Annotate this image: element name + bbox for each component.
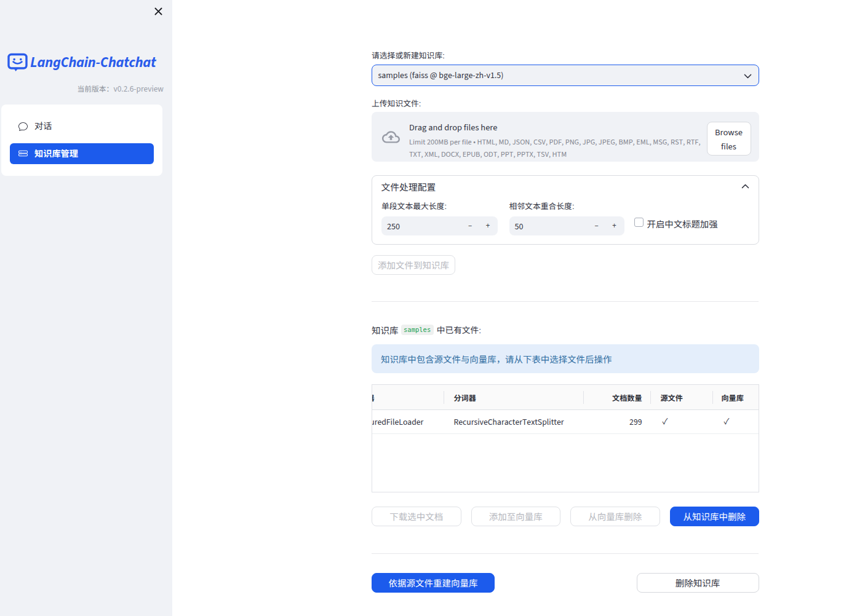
nav-item-knowledge-base[interactable]: 知识库管理 <box>10 143 154 165</box>
zh-title-checkbox-label: 开启中文标题加强 <box>647 217 718 230</box>
kb-select[interactable]: samples (faiss @ bge-large-zh-v1.5) <box>372 65 759 86</box>
nav-item-knowledge-base-label: 知识库管理 <box>34 147 78 160</box>
kb-select-label: 请选择或新建知识库: <box>372 49 445 61</box>
version-caption: 当前版本：v0.2.6-preview <box>10 82 164 95</box>
cell-vector-check: ✓ <box>724 410 730 434</box>
chevron-down-icon <box>744 74 752 79</box>
nav-menu: 对话 知识库管理 <box>1 105 162 176</box>
column-separator <box>444 391 444 404</box>
table-header: 文档加载器 分词器 文档数量 源文件 向量库 <box>372 385 759 410</box>
add-to-vector-button[interactable]: 添加至向量库 <box>471 507 561 526</box>
rebuild-vector-button[interactable]: 依据源文件重建向量库 <box>372 573 495 593</box>
chunk-plus-button[interactable]: + <box>479 216 497 235</box>
version-value: v0.2.6-preview <box>113 83 164 95</box>
cell-docs: 299 <box>575 410 642 434</box>
uploader-limit-line2: TXT, XML, DOCX, EPUB, ODT, PPT, PPTX, TS… <box>409 149 567 160</box>
logo-chat-icon <box>7 53 28 72</box>
overlap-size-label: 相邻文本重合长度: <box>509 200 575 211</box>
cloud-upload-icon <box>382 130 400 144</box>
cell-loader: UnstructuredFileLoader <box>372 410 424 434</box>
close-sidebar-button[interactable] <box>153 6 163 16</box>
kb-select-value: samples (faiss @ bge-large-zh-v1.5) <box>372 69 504 82</box>
nav-item-dialogue[interactable]: 对话 <box>10 116 154 137</box>
kb-name-code: samples <box>401 325 434 335</box>
logo-text: LangChain-Chatchat <box>30 52 156 73</box>
chevron-up-icon[interactable] <box>741 184 749 189</box>
overlap-minus-button[interactable]: – <box>588 216 606 235</box>
kb-files-heading: 知识库 samples 中已有文件: <box>372 322 481 337</box>
col-docs: 文档数量 <box>575 385 642 410</box>
hdd-stack-icon <box>18 149 28 158</box>
delete-kb-button[interactable]: 删除知识库 <box>637 573 759 593</box>
col-source: 源文件 <box>661 385 683 410</box>
chunk-size-value: 250 <box>387 220 400 233</box>
kb-files-heading-suffix: 中已有文件: <box>437 323 481 336</box>
sidebar: LangChain-Chatchat 当前版本：v0.2.6-preview 对… <box>0 0 172 616</box>
delete-from-kb-button[interactable]: 从知识库中删除 <box>670 507 760 526</box>
info-alert: 知识库中包含源文件与向量库，请从下表中选择文件后操作 <box>372 344 759 373</box>
divider <box>372 553 759 554</box>
close-icon <box>154 7 162 15</box>
logo: LangChain-Chatchat <box>7 52 156 73</box>
kb-files-heading-prefix: 知识库 <box>372 323 399 336</box>
uploader-title: Drag and drop files here <box>409 121 497 134</box>
cell-splitter: RecursiveCharacterTextSplitter <box>454 410 564 434</box>
uploader-label: 上传知识文件: <box>372 97 421 109</box>
col-splitter: 分词器 <box>454 385 476 410</box>
overlap-size-input[interactable]: 50 – + <box>509 216 624 235</box>
uploader-limit-line1: Limit 200MB per file • HTML, MD, JSON, C… <box>409 136 701 148</box>
overlap-size-value: 50 <box>515 220 524 233</box>
browse-files-button[interactable]: Browse files <box>707 122 751 156</box>
zh-title-checkbox[interactable] <box>634 218 644 227</box>
col-vector: 向量库 <box>722 385 744 410</box>
nav-item-dialogue-label: 对话 <box>34 119 52 133</box>
column-separator <box>712 391 713 404</box>
column-separator <box>583 391 584 404</box>
file-table[interactable]: 文档加载器 分词器 文档数量 源文件 向量库 UnstructuredFileL… <box>372 384 759 492</box>
file-config-expander: 文件处理配置 单段文本最大长度: 相邻文本重合长度: 250 – + 50 – … <box>372 175 759 245</box>
app-root: LangChain-Chatchat 当前版本：v0.2.6-preview 对… <box>0 0 849 616</box>
version-label: 当前版本： <box>77 83 113 93</box>
download-selected-button[interactable]: 下载选中文档 <box>372 507 461 526</box>
delete-from-vector-button[interactable]: 从向量库删除 <box>570 507 660 526</box>
chunk-size-input[interactable]: 250 – + <box>381 216 498 235</box>
table-row[interactable]: UnstructuredFileLoader RecursiveCharacte… <box>372 410 759 434</box>
add-files-button[interactable]: 添加文件到知识库 <box>372 255 455 275</box>
chunk-minus-button[interactable]: – <box>461 216 479 235</box>
column-separator <box>650 391 651 404</box>
overlap-plus-button[interactable]: + <box>605 216 624 235</box>
chunk-size-label: 单段文本最大长度: <box>381 200 447 211</box>
col-loader: 文档加载器 <box>372 385 375 410</box>
file-uploader-dropzone[interactable]: Drag and drop files here Limit 200MB per… <box>372 112 759 162</box>
cell-source-check: ✓ <box>663 410 668 434</box>
expander-title: 文件处理配置 <box>381 180 436 193</box>
chat-icon <box>18 122 28 131</box>
info-alert-text: 知识库中包含源文件与向量库，请从下表中选择文件后操作 <box>372 352 612 365</box>
divider <box>372 301 759 302</box>
